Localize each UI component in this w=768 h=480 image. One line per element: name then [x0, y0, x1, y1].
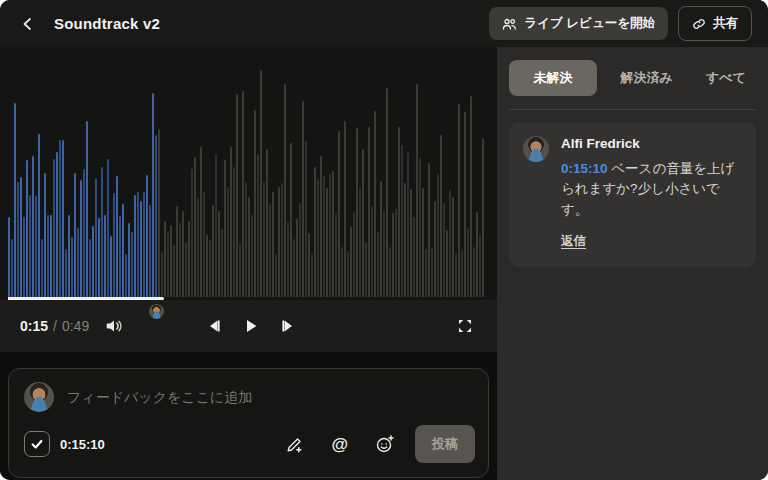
volume-button[interactable]: [101, 314, 127, 338]
timestamp-checkbox[interactable]: [24, 431, 50, 457]
tab-unresolved[interactable]: 未解決: [509, 60, 597, 96]
playback-controls-bar: 0:15 / 0:49: [0, 300, 497, 352]
previous-frame-button[interactable]: [202, 314, 226, 338]
duration: 0:49: [62, 318, 89, 334]
top-bar-actions: ライブ レビューを開始 共有: [489, 6, 752, 41]
pencil-plus-icon: [285, 435, 304, 454]
share-label: 共有: [713, 15, 738, 32]
current-time: 0:15: [20, 318, 48, 334]
emoji-button[interactable]: [371, 430, 399, 458]
composer-input-row: [24, 382, 475, 412]
top-bar: Soundtrack v2 ライブ レビューを開始: [0, 0, 768, 47]
comment-author: Alfi Fredrick: [561, 136, 742, 151]
waveform-timeline[interactable]: [0, 47, 497, 300]
speaker-icon: [105, 318, 123, 334]
share-button[interactable]: 共有: [678, 6, 752, 41]
tab-all[interactable]: すべて: [696, 61, 756, 95]
chevron-left-icon: [20, 16, 36, 32]
checkmark-icon: [30, 437, 44, 451]
back-button[interactable]: [16, 12, 40, 36]
mention-button[interactable]: @: [327, 432, 352, 457]
comment-marker-avatar[interactable]: [149, 304, 164, 319]
app-window: Soundtrack v2 ライブ レビューを開始: [0, 0, 768, 480]
transport-controls: [202, 314, 300, 338]
link-icon: [692, 17, 706, 31]
feedback-composer: 0:15:10 @: [8, 368, 489, 478]
comment-body: 0:15:10 ベースの音量を上げられますか?少し小さいです。: [561, 159, 742, 220]
player-column: 0:15 / 0:49: [0, 47, 497, 480]
live-review-button[interactable]: ライブ レビューを開始: [489, 7, 668, 40]
waveform-bars: [8, 53, 484, 297]
tab-resolved[interactable]: 解決済み: [610, 61, 682, 95]
post-button[interactable]: 投稿: [415, 425, 475, 463]
annotate-button[interactable]: [281, 431, 308, 458]
audio-player: 0:15 / 0:49: [0, 47, 497, 352]
feedback-input[interactable]: [67, 389, 475, 405]
fullscreen-button[interactable]: [453, 314, 477, 338]
next-frame-button[interactable]: [276, 314, 300, 338]
main-layout: 0:15 / 0:49: [0, 47, 768, 480]
comments-sidebar: 未解決 解決済み すべて Alfi Fredrick 0:15:10 ベースの音…: [497, 47, 768, 480]
previous-frame-icon: [206, 318, 222, 334]
play-icon: [243, 318, 259, 334]
next-frame-icon: [280, 318, 296, 334]
emoji-plus-icon: [375, 434, 395, 454]
comment-filter-tabs: 未解決 解決済み すべて: [509, 60, 756, 110]
page-title: Soundtrack v2: [54, 15, 160, 32]
current-user-avatar: [24, 382, 54, 412]
time-separator: /: [53, 318, 57, 334]
composer-timestamp: 0:15:10: [60, 437, 105, 452]
comment-timestamp-link[interactable]: 0:15:10: [561, 161, 608, 176]
composer-actions: @: [281, 430, 399, 458]
comment-content: Alfi Fredrick 0:15:10 ベースの音量を上げられますか?少し小…: [561, 136, 742, 250]
composer-toolbar: 0:15:10 @: [24, 425, 475, 463]
users-icon: [502, 17, 517, 31]
reply-button[interactable]: 返信: [561, 233, 586, 250]
fullscreen-icon: [457, 318, 473, 334]
at-mention-icon: @: [331, 436, 348, 453]
comment-card[interactable]: Alfi Fredrick 0:15:10 ベースの音量を上げられますか?少し小…: [509, 122, 756, 267]
play-button[interactable]: [239, 314, 263, 338]
time-display: 0:15 / 0:49: [20, 318, 89, 334]
live-review-label: ライブ レビューを開始: [524, 15, 655, 32]
commenter-avatar: [523, 136, 549, 162]
